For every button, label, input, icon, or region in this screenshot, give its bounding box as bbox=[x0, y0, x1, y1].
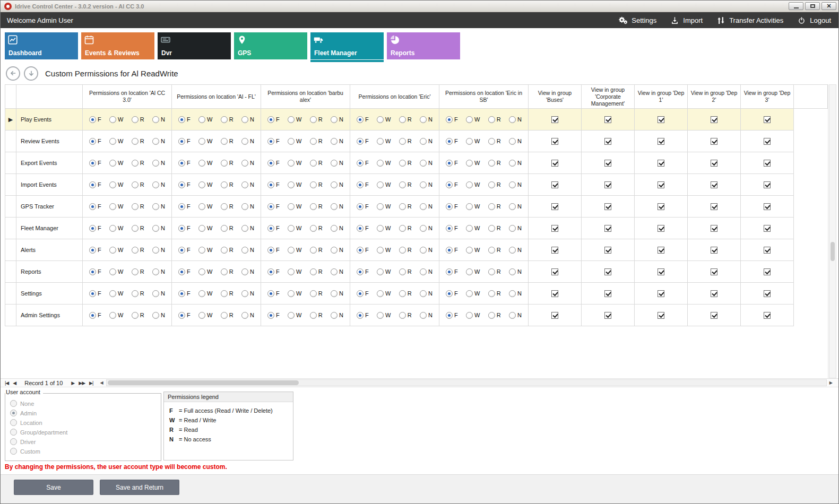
radio-option-F[interactable]: F bbox=[357, 203, 369, 210]
radio-option-N[interactable]: N bbox=[509, 160, 522, 167]
group-view-checkbox[interactable] bbox=[551, 268, 558, 275]
radio-option-R[interactable]: R bbox=[399, 138, 412, 145]
radio-W-button[interactable] bbox=[109, 116, 116, 123]
radio-N-button[interactable] bbox=[509, 116, 516, 123]
radio-N-button[interactable] bbox=[509, 160, 516, 167]
radio-F-button[interactable] bbox=[89, 203, 96, 210]
radio-W-button[interactable] bbox=[198, 160, 205, 167]
radio-option-N[interactable]: N bbox=[509, 181, 522, 188]
tab-dashboard[interactable]: Dashboard bbox=[5, 32, 78, 59]
radio-option-R[interactable]: R bbox=[310, 116, 323, 123]
radio-option-R[interactable]: R bbox=[488, 138, 501, 145]
radio-F-button[interactable] bbox=[446, 290, 453, 297]
radio-W-button[interactable] bbox=[198, 268, 205, 275]
radio-W-button[interactable] bbox=[198, 225, 205, 232]
radio-option-R[interactable]: R bbox=[221, 160, 233, 167]
radio-N-button[interactable] bbox=[509, 247, 516, 254]
radio-option-F[interactable]: F bbox=[178, 181, 191, 188]
radio-N-button[interactable] bbox=[241, 225, 248, 232]
radio-F-button[interactable] bbox=[267, 312, 274, 319]
radio-W-button[interactable] bbox=[109, 181, 116, 188]
radio-W-button[interactable] bbox=[198, 247, 205, 254]
radio-option-W[interactable]: W bbox=[466, 225, 480, 232]
radio-option-R[interactable]: R bbox=[221, 181, 233, 188]
radio-option-R[interactable]: R bbox=[132, 312, 144, 319]
radio-R-button[interactable] bbox=[399, 268, 406, 275]
radio-option-R[interactable]: R bbox=[132, 225, 144, 232]
user-account-option-driver[interactable]: Driver bbox=[10, 438, 157, 445]
radio-F-button[interactable] bbox=[178, 247, 185, 254]
radio-N-button[interactable] bbox=[509, 225, 516, 232]
radio-option-N[interactable]: N bbox=[152, 138, 165, 145]
radio-option-F[interactable]: F bbox=[178, 247, 191, 254]
radio-W-button[interactable] bbox=[377, 203, 384, 210]
radio-W-button[interactable] bbox=[466, 181, 473, 188]
radio-option-W[interactable]: W bbox=[288, 181, 301, 188]
group-view-checkbox[interactable] bbox=[711, 160, 717, 167]
hscroll-right-arrow[interactable]: ▶ bbox=[829, 380, 833, 385]
minimize-button[interactable] bbox=[789, 2, 803, 10]
down-arrow-button[interactable] bbox=[24, 66, 38, 81]
user-account-option-none[interactable]: None bbox=[10, 400, 157, 407]
radio-option-F[interactable]: F bbox=[267, 312, 280, 319]
radio-option-R[interactable]: R bbox=[399, 268, 412, 275]
radio-option-N[interactable]: N bbox=[509, 203, 522, 210]
topbar-action-logout[interactable]: Logout bbox=[797, 16, 831, 25]
radio-F-button[interactable] bbox=[446, 138, 453, 145]
radio-F-button[interactable] bbox=[178, 312, 185, 319]
radio-option-W[interactable]: W bbox=[109, 160, 123, 167]
radio-option-N[interactable]: N bbox=[420, 138, 433, 145]
radio-option-F[interactable]: F bbox=[178, 203, 191, 210]
radio-option-F[interactable]: F bbox=[357, 116, 369, 123]
radio-N-button[interactable] bbox=[241, 268, 248, 275]
radio-R-button[interactable] bbox=[310, 247, 317, 254]
radio-option-W[interactable]: W bbox=[466, 160, 480, 167]
radio-W-button[interactable] bbox=[198, 138, 205, 145]
radio-option-R[interactable]: R bbox=[488, 225, 501, 232]
radio-F-button[interactable] bbox=[178, 181, 185, 188]
radio-N-button[interactable] bbox=[241, 160, 248, 167]
radio-option-F[interactable]: F bbox=[89, 290, 101, 297]
radio-button[interactable] bbox=[10, 400, 17, 407]
horizontal-scrollbar-thumb[interactable] bbox=[108, 380, 299, 385]
radio-option-F[interactable]: F bbox=[446, 312, 458, 319]
radio-F-button[interactable] bbox=[446, 160, 453, 167]
radio-option-W[interactable]: W bbox=[109, 181, 123, 188]
radio-option-F[interactable]: F bbox=[178, 312, 191, 319]
radio-F-button[interactable] bbox=[178, 268, 185, 275]
radio-N-button[interactable] bbox=[420, 138, 427, 145]
radio-R-button[interactable] bbox=[221, 247, 228, 254]
radio-R-button[interactable] bbox=[488, 268, 495, 275]
group-view-checkbox[interactable] bbox=[658, 138, 664, 145]
radio-option-N[interactable]: N bbox=[152, 203, 165, 210]
radio-option-N[interactable]: N bbox=[420, 181, 433, 188]
radio-option-W[interactable]: W bbox=[288, 160, 301, 167]
radio-option-W[interactable]: W bbox=[377, 247, 391, 254]
radio-F-button[interactable] bbox=[178, 116, 185, 123]
radio-option-F[interactable]: F bbox=[446, 203, 458, 210]
radio-option-N[interactable]: N bbox=[420, 268, 433, 275]
radio-option-N[interactable]: N bbox=[509, 116, 522, 123]
radio-option-R[interactable]: R bbox=[399, 290, 412, 297]
radio-R-button[interactable] bbox=[132, 290, 139, 297]
user-account-option-location[interactable]: Location bbox=[10, 419, 157, 426]
back-button[interactable] bbox=[6, 66, 20, 81]
group-view-checkbox[interactable] bbox=[658, 203, 664, 210]
radio-F-button[interactable] bbox=[357, 160, 364, 167]
vertical-scrollbar[interactable] bbox=[829, 84, 836, 378]
group-view-checkbox[interactable] bbox=[604, 290, 611, 297]
radio-option-R[interactable]: R bbox=[310, 203, 323, 210]
radio-F-button[interactable] bbox=[446, 116, 453, 123]
radio-W-button[interactable] bbox=[466, 160, 473, 167]
radio-option-W[interactable]: W bbox=[109, 290, 123, 297]
radio-option-W[interactable]: W bbox=[377, 290, 391, 297]
radio-W-button[interactable] bbox=[377, 290, 384, 297]
horizontal-scrollbar[interactable] bbox=[106, 379, 827, 386]
radio-R-button[interactable] bbox=[221, 312, 228, 319]
radio-option-W[interactable]: W bbox=[198, 116, 212, 123]
group-view-checkbox[interactable] bbox=[658, 247, 664, 254]
group-view-checkbox[interactable] bbox=[711, 116, 717, 123]
radio-option-W[interactable]: W bbox=[466, 290, 480, 297]
group-view-checkbox[interactable] bbox=[604, 247, 611, 254]
radio-R-button[interactable] bbox=[221, 181, 228, 188]
